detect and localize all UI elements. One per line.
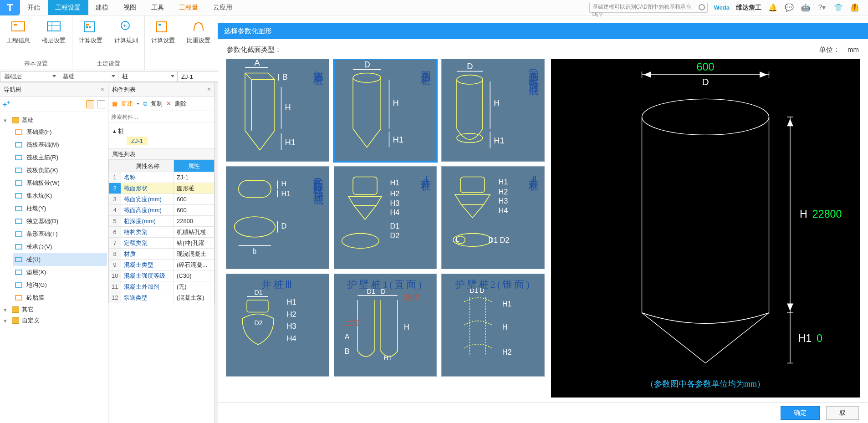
ok-button[interactable]: 确定 [781, 406, 820, 420]
svg-point-49 [457, 75, 483, 84]
nav-item-X2[interactable]: 垫层(X) [13, 266, 107, 279]
brand-text: 维达詹工 [736, 4, 761, 12]
ribbon-button[interactable]: +-计算规则 [113, 17, 139, 45]
nav-item-K[interactable]: 集水坑(K) [13, 189, 107, 202]
nav-item-G[interactable]: 地沟(G) [13, 279, 107, 291]
filter-select-0[interactable]: 基础层 [0, 71, 59, 82]
component-search-input[interactable] [111, 112, 212, 122]
top-tab-3[interactable]: 视图 [116, 0, 144, 15]
component-close-icon[interactable]: × [207, 86, 211, 93]
vest-icon[interactable]: 🦺 [850, 3, 860, 13]
new-button[interactable]: 新建 [121, 100, 133, 108]
nav-item-D[interactable]: 独立基础(D) [13, 215, 107, 228]
nav-close-icon[interactable]: × [101, 86, 104, 93]
nav-item-X[interactable]: 筏板负筋(X) [13, 164, 107, 177]
robot-icon[interactable]: 🤖 [801, 3, 811, 13]
prop-row[interactable]: 12泵送类型(混凝土泵) [109, 292, 214, 303]
nav-item-U[interactable]: 桩(U) [13, 253, 107, 266]
prop-val[interactable]: (碎石混凝... [174, 260, 214, 270]
svg-rect-27 [15, 283, 22, 287]
tree-node[interactable]: ▴ 桩 [113, 126, 210, 137]
prop-row[interactable]: 10混凝土强度等级(C30) [109, 270, 214, 281]
tree-group[interactable]: ▾基础 [1, 115, 107, 126]
top-tab-1[interactable]: 工程设置 [48, 0, 88, 15]
view-grid-icon[interactable] [97, 100, 105, 108]
brand-logo: Weda [714, 4, 730, 11]
nav-item-Y[interactable]: 柱墩(Y) [13, 202, 107, 215]
top-tab-6[interactable]: 云应用 [206, 0, 240, 15]
add-icon[interactable]: ++ [3, 99, 10, 109]
prop-val[interactable]: 圆形桩 [174, 183, 214, 194]
prop-row[interactable]: 1名称ZJ-1 [109, 172, 214, 183]
ribbon-button[interactable]: 比重设置 [186, 17, 211, 45]
prop-val[interactable]: (混凝土泵) [174, 292, 214, 303]
nav-item-F[interactable]: 基础梁(F) [13, 126, 107, 138]
shape-card-6[interactable]: D1D2H1H2H3H4井桩Ⅲ [226, 274, 329, 377]
prop-val[interactable]: (无) [174, 281, 214, 292]
chat-icon[interactable]: 💬 [784, 3, 794, 13]
filter-select-1[interactable]: 基础 [59, 71, 118, 82]
prop-val[interactable]: 600 [174, 205, 214, 216]
svg-text:D: D [364, 60, 370, 69]
search-input[interactable]: 基础建模可以识别CAD图中的独基和承台吗？ [589, 3, 708, 13]
nav-item-Z[interactable]: 砖胎膜 [13, 291, 107, 304]
shape-grid: ABHH1矩形桩DHH1圆形桩DHH1圆形桩(球冠底)HH1bD长圆柱桩(球冠底… [226, 59, 545, 398]
top-tab-5[interactable]: 工程量 [172, 0, 206, 15]
shape-title: 井桩Ⅲ [226, 278, 329, 291]
ribbon-button[interactable]: 计算设置 [78, 17, 103, 45]
tree-leaf[interactable]: ZJ-1 [127, 137, 148, 145]
top-tab-0[interactable]: 开始 [20, 0, 48, 15]
cancel-button[interactable]: 取 [826, 406, 859, 420]
shape-card-5[interactable]: H1H2H3H4D1 D2L井桩Ⅱ [441, 166, 545, 269]
prop-row[interactable]: 2截面形状圆形桩 [109, 183, 214, 194]
shape-title: 圆形桩 [419, 63, 433, 68]
nav-item-R[interactable]: 筏板主筋(R) [13, 151, 107, 164]
prop-val[interactable]: 22800 [174, 216, 214, 227]
nav-item-W[interactable]: 基础板带(W) [13, 177, 107, 189]
shape-card-4[interactable]: H1H2H3H4D1D2井桩Ⅰ [334, 166, 437, 269]
bell-icon[interactable]: 🔔 [768, 3, 778, 13]
prop-idx: 8 [109, 249, 121, 260]
prop-row[interactable]: 9混凝土类型(碎石混凝... [109, 260, 214, 270]
nav-item-T[interactable]: 条形基础(T) [13, 228, 107, 240]
copy-button[interactable]: 复制 [151, 100, 163, 108]
prop-val[interactable]: 现浇混凝土 [174, 249, 214, 260]
shape-card-3[interactable]: HH1bD长圆柱桩(球冠底) [226, 166, 329, 269]
top-tab-4[interactable]: 工具 [144, 0, 172, 15]
shape-title: 井桩Ⅰ [419, 170, 433, 187]
shape-card-1[interactable]: DHH1圆形桩 [334, 59, 437, 162]
tshirt-icon[interactable]: 👕 [833, 3, 843, 13]
shape-card-8[interactable]: D1 DH1HH2护壁桩2(锥面) [441, 274, 545, 377]
prop-row[interactable]: 4截面高度(mm)600 [109, 205, 214, 216]
view-list-icon[interactable] [86, 100, 94, 108]
top-tab-2[interactable]: 建模 [88, 0, 116, 15]
delete-button[interactable]: 删除 [175, 100, 187, 108]
tree-group[interactable]: ▾其它 [1, 304, 107, 315]
ribbon-button[interactable]: 楼层设置 [41, 17, 66, 45]
ribbon-button[interactable]: 工程信息 [5, 17, 31, 45]
prop-row[interactable]: 5桩深度(mm)22800 [109, 216, 214, 227]
shape-card-0[interactable]: ABHH1矩形桩 [226, 59, 329, 162]
svg-text:H: H [285, 102, 291, 112]
ribbon-button[interactable]: 计算设置 [150, 17, 176, 45]
nav-item-V[interactable]: 桩承台(V) [13, 240, 107, 253]
prop-val[interactable]: ZJ-1 [174, 172, 214, 183]
dialog-content: ABHH1矩形桩DHH1圆形桩DHH1圆形桩(球冠底)HH1bD长圆柱桩(球冠底… [226, 59, 860, 398]
help-icon[interactable]: ?▾ [817, 3, 827, 13]
component-search[interactable] [108, 111, 214, 123]
chevron-down-icon[interactable] [137, 103, 139, 105]
prop-val[interactable]: (C30) [174, 270, 214, 281]
shape-card-2[interactable]: DHH1圆形桩(球冠底) [441, 59, 545, 162]
filter-select-2[interactable]: 桩 [118, 71, 178, 82]
prop-row[interactable]: 7定额类别钻(冲)孔灌 [109, 238, 214, 249]
prop-row[interactable]: 11混凝土外加剂(无) [109, 281, 214, 292]
prop-val[interactable]: 600 [174, 194, 214, 205]
prop-val[interactable]: 钻(冲)孔灌 [174, 238, 214, 249]
shape-card-7[interactable]: 土方桩体D1DABHH1护壁桩1(直面) [334, 274, 437, 377]
prop-row[interactable]: 8材质现浇混凝土 [109, 249, 214, 260]
tree-group[interactable]: ▾自定义 [1, 315, 107, 326]
prop-row[interactable]: 6结构类别机械钻孔桩 [109, 227, 214, 238]
prop-row[interactable]: 3截面宽度(mm)600 [109, 194, 214, 205]
nav-item-M[interactable]: 筏板基础(M) [13, 138, 107, 151]
prop-val[interactable]: 机械钻孔桩 [174, 227, 214, 238]
